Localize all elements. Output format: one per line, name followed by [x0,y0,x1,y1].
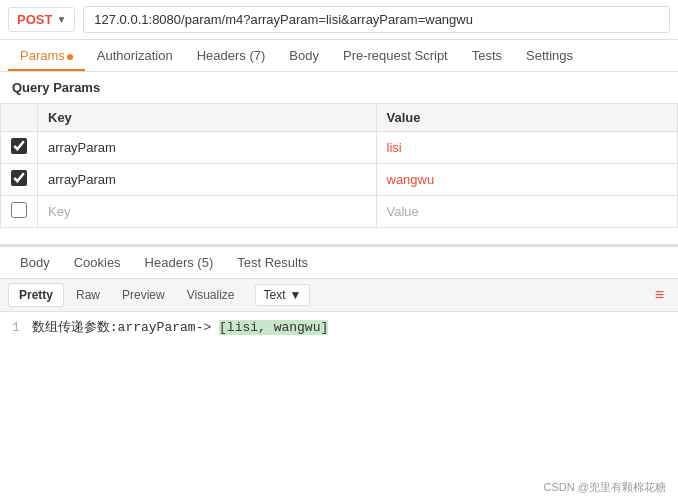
response-section: Body Cookies Headers (5) Test Results Pr… [0,244,678,362]
col-checkbox [1,104,38,132]
row2-key[interactable]: arrayParam [38,164,377,196]
row1-key[interactable]: arrayParam [38,132,377,164]
response-tab-cookies[interactable]: Cookies [62,247,133,278]
col-value: Value [376,104,678,132]
tab-tests[interactable]: Tests [460,40,514,71]
table-row: arrayParam lisi [1,132,678,164]
response-tab-headers5[interactable]: Headers (5) [133,247,226,278]
watermark: CSDN @兜里有颗棉花糖 [544,480,666,495]
url-input[interactable] [83,6,670,33]
tab-params[interactable]: Params [8,40,85,71]
tab-authorization[interactable]: Authorization [85,40,185,71]
tab-body[interactable]: Body [277,40,331,71]
response-tab-body[interactable]: Body [8,247,62,278]
row1-checkbox-cell [1,132,38,164]
col-key: Key [38,104,377,132]
text-type-selector[interactable]: Text ▼ [255,284,311,306]
text-type-label: Text [264,288,286,302]
text-type-chevron-icon: ▼ [290,288,302,302]
url-bar: POST ▼ [0,0,678,40]
table-row: arrayParam wangwu [1,164,678,196]
row1-checkbox[interactable] [11,138,27,154]
row2-checkbox-cell [1,164,38,196]
line-number: 1 [12,320,20,335]
request-tab-bar: Params Authorization Headers (7) Body Pr… [0,40,678,72]
response-body: 1数组传递参数:arrayParam-> [lisi, wangwu] [0,312,678,362]
query-params-table: Key Value arrayParam lisi arrayParam wan… [0,103,678,228]
btn-preview[interactable]: Preview [112,284,175,306]
tab-headers[interactable]: Headers (7) [185,40,278,71]
empty-checkbox-cell [1,196,38,228]
method-selector[interactable]: POST ▼ [8,7,75,32]
btn-raw[interactable]: Raw [66,284,110,306]
empty-key[interactable]: Key [38,196,377,228]
response-code-prefix: 数组传递参数:arrayParam-> [32,320,219,335]
response-tab-bar: Body Cookies Headers (5) Test Results [0,247,678,279]
empty-checkbox[interactable] [11,202,27,218]
table-row-empty: Key Value [1,196,678,228]
params-dot [67,54,73,60]
response-tab-testresults[interactable]: Test Results [225,247,320,278]
tab-settings[interactable]: Settings [514,40,585,71]
btn-visualize[interactable]: Visualize [177,284,245,306]
method-chevron-icon: ▼ [56,14,66,25]
response-code-highlight: [lisi, wangwu] [219,320,328,335]
query-params-header: Query Params [0,72,678,103]
empty-value[interactable]: Value [376,196,678,228]
response-toolbar: Pretty Raw Preview Visualize Text ▼ ≡ [0,279,678,312]
method-label: POST [17,12,52,27]
filter-icon[interactable]: ≡ [649,284,670,306]
row2-value[interactable]: wangwu [376,164,678,196]
row1-value[interactable]: lisi [376,132,678,164]
btn-pretty[interactable]: Pretty [8,283,64,307]
tab-prerequest[interactable]: Pre-request Script [331,40,460,71]
row2-checkbox[interactable] [11,170,27,186]
